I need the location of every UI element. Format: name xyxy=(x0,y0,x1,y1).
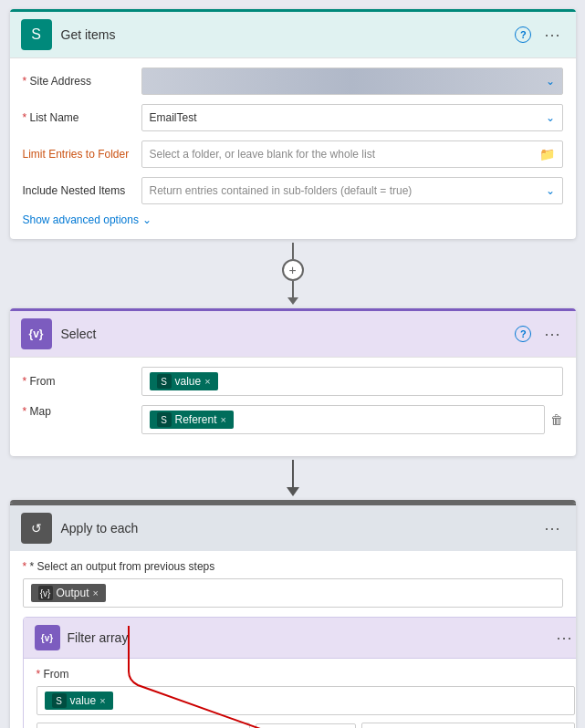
filter-array-card: {v} Filter array ··· From S value xyxy=(23,617,576,728)
select-card: {v} Select ? ··· From S value × xyxy=(10,308,576,456)
apply-select-label: * Select an output from previous steps xyxy=(23,560,563,573)
include-nested-label: Include Nested Items xyxy=(23,184,132,197)
get-items-actions: ? ··· xyxy=(515,24,564,47)
get-items-title: Get items xyxy=(61,27,507,42)
limit-folder-icon: 📁 xyxy=(539,147,555,161)
filter-employee-input[interactable]: S Employe × xyxy=(37,723,250,728)
filter-from-input[interactable]: S value × xyxy=(37,686,575,715)
site-address-label: Site Address xyxy=(23,75,132,88)
apply-more-button[interactable]: ··· xyxy=(540,517,564,540)
select-icon: {v} xyxy=(21,318,52,349)
filter-array-title: Filter array xyxy=(68,630,303,645)
filter-condition-select[interactable]: is equal to ⌄ xyxy=(256,723,356,728)
plus-icon-1: + xyxy=(288,263,296,277)
list-name-input[interactable]: EmailTest ⌄ xyxy=(141,104,563,131)
filter-value-chip-label: value xyxy=(70,694,97,707)
select-map-input[interactable]: S Referent × xyxy=(141,405,545,434)
filter-from-label: From xyxy=(37,668,575,681)
filter-array-more-button[interactable]: ··· xyxy=(553,627,576,650)
limit-folder-input[interactable]: Select a folder, or leave blank for the … xyxy=(141,140,563,168)
filter-value-chip-icon: S xyxy=(52,693,67,708)
apply-output-chip-label: Output xyxy=(57,587,89,599)
connector-line-1b xyxy=(292,281,294,297)
site-address-row: Site Address hidden ⌄ xyxy=(23,68,563,95)
select-title: Select xyxy=(61,327,507,341)
select-actions: ? ··· xyxy=(515,323,564,346)
apply-output-input[interactable]: {v} Output × xyxy=(23,578,563,608)
apply-header: ↺ Apply to each ··· xyxy=(10,503,576,551)
include-nested-input[interactable]: Return entries contained in sub-folders … xyxy=(141,177,563,204)
select-from-chip-close[interactable]: × xyxy=(204,376,210,387)
select-header: {v} Select ? ··· xyxy=(10,308,576,357)
select-map-value-chip: S Referent × xyxy=(150,411,234,429)
select-from-chip-icon: S xyxy=(157,374,172,389)
show-advanced-button[interactable]: Show advanced options ⌄ xyxy=(23,213,151,226)
apply-body: * Select an output from previous steps {… xyxy=(10,551,576,728)
include-nested-dropdown-icon: ⌄ xyxy=(546,184,555,197)
select-from-value-chip: S value × xyxy=(150,372,218,390)
include-nested-placeholder: Return entries contained in sub-folders … xyxy=(150,184,413,197)
apply-icon: ↺ xyxy=(21,513,52,544)
site-address-input[interactable]: hidden ⌄ xyxy=(141,68,563,95)
connector-line-1 xyxy=(292,243,294,259)
connector-arrow-1 xyxy=(287,297,298,305)
include-nested-row: Include Nested Items Return entries cont… xyxy=(23,177,563,204)
list-name-value: EmailTest xyxy=(150,111,197,124)
select-from-chip-label: value xyxy=(175,375,202,388)
apply-output-chip-close[interactable]: × xyxy=(93,588,99,598)
apply-to-each-card: ↺ Apply to each ··· * Select an output f… xyxy=(10,500,576,728)
apply-output-chip: {v} Output × xyxy=(31,584,106,602)
arrow-line-1 xyxy=(292,460,294,487)
get-items-more-button[interactable]: ··· xyxy=(540,24,564,47)
get-items-body: Site Address hidden ⌄ List Name EmailTes… xyxy=(10,57,576,239)
select-from-label: From xyxy=(23,375,132,388)
apply-actions: ··· xyxy=(540,517,564,540)
show-advanced-label: Show advanced options xyxy=(23,213,139,226)
arrowhead-1 xyxy=(287,487,299,496)
filter-array-icon: {v} xyxy=(35,625,60,650)
select-help-icon[interactable]: ? xyxy=(515,326,531,342)
select-map-chip-close[interactable]: × xyxy=(221,414,226,425)
connector-1: + xyxy=(282,239,304,308)
filter-value-chip-close[interactable]: × xyxy=(99,695,105,706)
limit-folder-placeholder: Select a folder, or leave blank for the … xyxy=(150,148,375,161)
add-step-button-1[interactable]: + xyxy=(282,259,304,281)
apply-title: Apply to each xyxy=(61,521,532,536)
filter-array-body: From S value × S xyxy=(24,659,576,728)
filter-value-chip: S value × xyxy=(45,692,113,710)
select-more-button[interactable]: ··· xyxy=(540,323,564,346)
get-items-help-icon[interactable]: ? xyxy=(515,26,531,43)
select-map-chip-label: Referent xyxy=(175,413,217,426)
get-items-header: S Get items ? ··· xyxy=(10,9,576,57)
select-from-input[interactable]: S value × xyxy=(141,367,563,396)
limit-folder-label: Limit Entries to Folder xyxy=(23,148,132,161)
get-items-card: S Get items ? ··· Site Address hidden ⌄ xyxy=(10,9,576,239)
apply-output-chip-icon: {v} xyxy=(38,586,53,600)
site-address-dropdown-icon: ⌄ xyxy=(546,75,555,88)
filter-array-header: {v} Filter array ··· xyxy=(24,618,576,659)
filter-array-container: {v} Filter array ··· From S value xyxy=(23,617,576,728)
show-advanced-chevron-icon: ⌄ xyxy=(142,213,151,226)
limit-folder-row: Limit Entries to Folder Select a folder,… xyxy=(23,140,563,168)
list-name-dropdown-icon: ⌄ xyxy=(546,111,555,124)
list-name-label: List Name xyxy=(23,111,132,124)
filter-current-item-input[interactable]: ↺ Current item × xyxy=(361,723,575,728)
arrow-down-1 xyxy=(287,456,299,500)
select-map-row: Map S Referent × 🗑 xyxy=(23,405,563,434)
select-map-trash-icon[interactable]: 🗑 xyxy=(550,412,563,427)
select-map-chip-icon: S xyxy=(157,412,172,427)
select-body: From S value × Map S Referent xyxy=(10,357,576,456)
list-name-row: List Name EmailTest ⌄ xyxy=(23,104,563,131)
get-items-icon: S xyxy=(21,19,52,50)
select-map-label: Map xyxy=(23,405,132,418)
filter-condition-row: S Employe × is equal to ⌄ xyxy=(37,723,575,728)
select-from-row: From S value × xyxy=(23,367,563,396)
